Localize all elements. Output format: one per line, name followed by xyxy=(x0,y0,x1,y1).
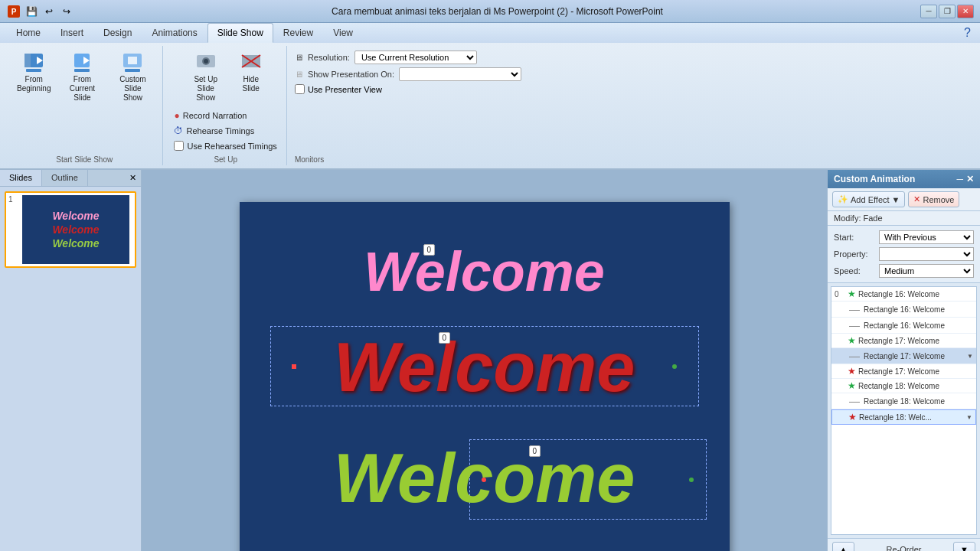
anim-panel-minimize[interactable]: ─ xyxy=(956,174,963,184)
welcome-text-green[interactable]: Welcome xyxy=(240,439,730,518)
anim-item-4[interactable]: ★ Rectangle 17: Welcome xyxy=(831,334,976,348)
property-row: Property: xyxy=(834,247,974,261)
star-icon-1: ★ xyxy=(848,289,856,299)
anim-item-9[interactable]: ★ Rectangle 18: Welc... ▼ xyxy=(831,409,976,425)
reorder-up-icon: ▲ xyxy=(839,545,848,551)
from-beginning-icon xyxy=(21,51,46,75)
add-effect-btn[interactable]: ✨ Add Effect ▼ xyxy=(832,191,905,207)
use-rehearsed-btn[interactable]: Use Rehearsed Timings xyxy=(171,139,279,152)
monitors-group: 🖥 Resolution: Use Current Resolution 🖥 S… xyxy=(289,46,528,165)
tab-design[interactable]: Design xyxy=(93,23,142,43)
ribbon-tabs: Home Insert Design Animations Slide Show… xyxy=(0,23,980,43)
record-narration-btn[interactable]: ● Record Narration xyxy=(171,109,279,122)
dash-icon-5: — xyxy=(849,350,860,362)
outline-tab[interactable]: Outline xyxy=(42,170,88,186)
svg-point-14 xyxy=(204,59,208,64)
start-label: Start: xyxy=(834,233,876,242)
slide-num-1: 1 xyxy=(8,195,18,204)
add-effect-label: Add Effect xyxy=(851,195,890,204)
tab-review[interactable]: Review xyxy=(273,23,323,43)
close-btn[interactable]: ✕ xyxy=(957,5,974,18)
anim-props: Start: With Previous On Click After Prev… xyxy=(828,226,980,283)
from-beginning-btn[interactable]: FromBeginning xyxy=(12,47,55,96)
window-controls: ─ ❐ ✕ xyxy=(920,5,974,18)
modify-label: Modify: Fade xyxy=(828,211,980,226)
anim-item-5[interactable]: — Rectangle 17: Welcome ▼ xyxy=(831,348,976,364)
dash-icon-2: — xyxy=(849,303,860,315)
anim-item-6[interactable]: ★ Rectangle 17: Welcome xyxy=(831,364,976,379)
from-current-icon xyxy=(70,51,94,75)
anim-panel-title: Custom Animation xyxy=(834,174,915,184)
ribbon: Home Insert Design Animations Slide Show… xyxy=(0,23,980,170)
rehearse-timings-btn[interactable]: ⏱ Rehearse Timings xyxy=(171,124,279,138)
show-presentation-select[interactable] xyxy=(399,67,521,81)
help-btn[interactable]: ? xyxy=(964,26,971,40)
anim-text-5: Rectangle 17: Welcome xyxy=(864,352,945,360)
welcome-text-pink[interactable]: Welcome xyxy=(240,240,730,303)
speed-row: Speed: Medium Fast Slow xyxy=(834,264,974,278)
hide-icon xyxy=(239,51,263,75)
anim-text-9: Rectangle 18: Welc... xyxy=(859,413,932,422)
slides-tab[interactable]: Slides xyxy=(0,170,42,186)
dash-icon-8: — xyxy=(849,395,860,407)
anim-text-8: Rectangle 18: Welcome xyxy=(864,397,945,406)
anim-list: 0 ★ Rectangle 16: Welcome — Rectangle 16… xyxy=(831,286,977,535)
hide-slide-btn[interactable]: HideSlide xyxy=(233,47,270,96)
speed-select[interactable]: Medium Fast Slow xyxy=(879,264,974,278)
show-presentation-label: Show Presentation On: xyxy=(308,70,394,79)
minimize-btn[interactable]: ─ xyxy=(920,5,937,18)
setup-group: Set UpSlide Show HideSlide ● xyxy=(165,46,286,165)
reorder-down-icon: ▼ xyxy=(960,545,969,551)
anim-item-2[interactable]: — Rectangle 16: Welcome xyxy=(831,302,976,318)
property-label: Property: xyxy=(834,249,876,259)
star-icon-4: ★ xyxy=(848,335,856,346)
tab-animations[interactable]: Animations xyxy=(142,23,207,43)
undo-quick-btn[interactable]: ↩ xyxy=(41,4,57,19)
anim-item-3[interactable]: — Rectangle 16: Welcome xyxy=(831,318,976,334)
from-beginning-label: FromBeginning xyxy=(17,75,51,93)
tab-view[interactable]: View xyxy=(323,23,363,43)
dropdown-arrow-9[interactable]: ▼ xyxy=(966,414,972,421)
save-quick-btn[interactable]: 💾 xyxy=(24,4,39,19)
use-rehearsed-checkbox[interactable] xyxy=(174,141,184,151)
from-current-label: FromCurrent Slide xyxy=(63,75,101,103)
presenter-view-checkbox[interactable] xyxy=(295,84,305,94)
slide-panel-tabs: Slides Outline ✕ xyxy=(0,170,141,187)
tab-insert[interactable]: Insert xyxy=(51,23,93,43)
remove-btn[interactable]: ✕ Remove xyxy=(908,191,959,207)
setup-slideshow-btn[interactable]: Set UpSlide Show xyxy=(182,47,230,106)
custom-slideshow-btn[interactable]: CustomSlide Show xyxy=(109,47,156,106)
restore-btn[interactable]: ❐ xyxy=(939,5,956,18)
setup-small-btns: ● Record Narration ⏱ Rehearse Timings Us… xyxy=(171,109,279,152)
reorder-up-btn[interactable]: ▲ xyxy=(832,542,854,551)
anim-text-4: Rectangle 17: Welcome xyxy=(858,337,939,345)
reorder-down-btn[interactable]: ▼ xyxy=(953,542,975,551)
anim-item-7[interactable]: ★ Rectangle 18: Welcome xyxy=(831,379,976,393)
anim-text-1: Rectangle 16: Welcome xyxy=(858,290,939,298)
redo-quick-btn[interactable]: ↪ xyxy=(59,4,74,19)
slide-thumb-1[interactable]: 1 Welcome Welcome Welcome xyxy=(5,191,136,268)
property-select[interactable] xyxy=(879,247,974,261)
from-current-slide-btn[interactable]: FromCurrent Slide xyxy=(58,47,106,106)
svg-rect-4 xyxy=(24,54,31,67)
start-select[interactable]: With Previous On Click After Previous xyxy=(879,230,974,244)
presenter-view-row: Use Presenter View xyxy=(295,84,521,94)
badge-1: 0 xyxy=(423,244,436,256)
star-icon-7: ★ xyxy=(848,380,856,391)
close-slide-panel-btn[interactable]: ✕ xyxy=(125,170,141,186)
anim-item-8[interactable]: — Rectangle 18: Welcome xyxy=(831,393,976,409)
anim-item-1[interactable]: 0 ★ Rectangle 16: Welcome xyxy=(831,287,976,302)
badge-2: 0 xyxy=(439,332,451,344)
slide-list: 1 Welcome Welcome Welcome xyxy=(0,187,141,272)
tab-slideshow[interactable]: Slide Show xyxy=(207,23,273,43)
start-row: Start: With Previous On Click After Prev… xyxy=(834,230,974,244)
resolution-select[interactable]: Use Current Resolution xyxy=(354,51,477,64)
tab-home[interactable]: Home xyxy=(6,23,51,43)
welcome-text-red[interactable]: Welcome xyxy=(240,328,730,407)
anim-panel-close[interactable]: ✕ xyxy=(966,174,974,184)
dropdown-arrow-5[interactable]: ▼ xyxy=(967,353,973,360)
title-bar: P 💾 ↩ ↪ Cara membuat animasi teks berjal… xyxy=(0,0,980,23)
slide-canvas[interactable]: 0 Welcome 0 Welcome 0 Welcome xyxy=(240,202,730,551)
slide-thumbnail-1: Welcome Welcome Welcome xyxy=(22,195,129,264)
animation-panel: Custom Animation ─ ✕ ✨ Add Effect ▼ ✕ Re… xyxy=(827,170,980,551)
